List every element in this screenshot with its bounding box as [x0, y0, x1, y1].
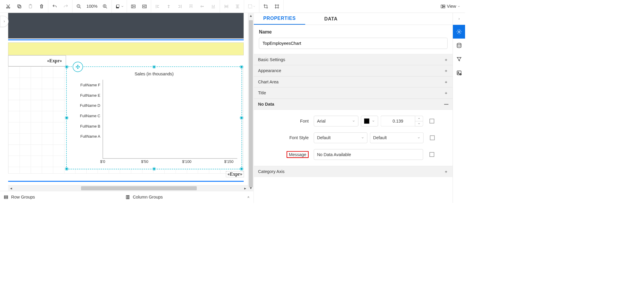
chart-category-label: FullName A [69, 132, 103, 140]
font-family-select[interactable]: Arial [314, 116, 358, 126]
report-header-band[interactable] [8, 13, 244, 39]
align-center-h-button [163, 1, 175, 11]
section-chart-area[interactable]: Chart Area ＋ [254, 76, 453, 88]
detail-grid[interactable]: Sales (in thousands) FullName FFullName … [8, 66, 244, 174]
zoom-level: 100% [85, 4, 100, 9]
group-header-band[interactable] [8, 42, 244, 55]
svg-rect-20 [126, 195, 127, 199]
font-style-expression-checkbox[interactable] [430, 135, 435, 140]
chevron-up-icon[interactable] [415, 116, 423, 121]
svg-rect-2 [18, 5, 21, 8]
svg-rect-9 [117, 5, 119, 7]
rail-image-button[interactable] [453, 66, 465, 80]
artboard-button[interactable] [271, 1, 283, 11]
zoom-out-button[interactable] [73, 1, 85, 11]
font-expression-checkbox[interactable] [429, 119, 434, 123]
plus-icon: ＋ [444, 57, 448, 62]
name-input[interactable] [259, 38, 448, 49]
chart-x-tick: $'100 [182, 159, 191, 164]
distribute-v-button [232, 1, 243, 11]
font-label: Font [258, 119, 314, 124]
font-size-input[interactable]: 0.139 [381, 116, 415, 126]
font-weight-select[interactable]: Default [314, 132, 367, 143]
zoom-in-button[interactable] [99, 1, 111, 11]
color-swatch [364, 118, 369, 123]
crop-button[interactable] [260, 1, 272, 11]
color-picker-button[interactable] [112, 1, 126, 11]
svg-rect-12 [248, 5, 252, 8]
redo-button [60, 1, 72, 11]
rail-filter-button[interactable] [453, 52, 465, 66]
font-size-stepper[interactable] [415, 116, 423, 126]
font-color-select[interactable] [361, 116, 378, 126]
message-input[interactable]: No Data Available [314, 149, 423, 160]
divider [8, 39, 244, 40]
resize-handle[interactable] [240, 167, 243, 170]
horizontal-scrollbar[interactable]: ◂ ▸ [8, 185, 248, 191]
chart-x-tick: $'150 [224, 159, 233, 164]
groups-expand-button[interactable] [243, 196, 254, 199]
section-appearance[interactable]: Appearance ＋ [254, 65, 453, 77]
svg-rect-19 [4, 198, 8, 199]
resize-handle[interactable] [65, 116, 68, 119]
align-center-v-button [196, 1, 208, 11]
message-expression-checkbox[interactable] [429, 152, 434, 157]
view-menu-button[interactable]: View [437, 1, 463, 11]
divider [8, 181, 244, 182]
plus-icon: ＋ [444, 169, 448, 174]
section-basic-settings[interactable]: Basic Settings ＋ [254, 54, 453, 65]
chart-top-employees[interactable]: Sales (in thousands) FullName FFullName … [66, 66, 242, 169]
properties-panel: PROPERTIES DATA Name Basic Settings ＋ Ap… [253, 13, 453, 203]
paste-button [25, 1, 36, 11]
section-title[interactable]: Title ＋ [254, 88, 453, 99]
no-data-section-body: Font Arial [254, 110, 453, 166]
column-groups-button[interactable]: Column Groups [122, 194, 243, 199]
resize-handle[interactable] [65, 167, 68, 170]
resize-handle[interactable] [240, 65, 243, 68]
align-top-button [185, 1, 197, 11]
name-label: Name [259, 29, 448, 35]
svg-rect-10 [131, 5, 135, 8]
font-style-select[interactable]: Default [370, 132, 424, 143]
expr-bottom[interactable]: «Expr» [226, 171, 244, 177]
section-category-axis[interactable]: Category Axis ＋ [254, 166, 453, 177]
chart-category-label: FullName F [69, 81, 103, 89]
svg-point-26 [458, 72, 459, 73]
svg-rect-15 [443, 5, 445, 6]
svg-point-23 [458, 31, 460, 32]
insert-column-right-button[interactable] [139, 1, 150, 11]
collapse-panel-button[interactable] [453, 13, 465, 25]
resize-handle[interactable] [153, 167, 156, 170]
plus-icon: ＋ [444, 79, 448, 85]
rail-data-button[interactable] [453, 39, 465, 52]
copy-button[interactable] [14, 1, 25, 11]
undo-button[interactable] [49, 1, 60, 11]
font-style-label: Font Style [258, 135, 314, 140]
tab-properties[interactable]: PROPERTIES [254, 13, 305, 25]
delete-button[interactable] [36, 1, 47, 11]
tab-data[interactable]: DATA [305, 13, 356, 25]
svg-rect-22 [128, 195, 129, 199]
resize-handle[interactable] [153, 65, 156, 68]
insert-column-left-button[interactable] [128, 1, 139, 11]
chevron-down-icon[interactable] [415, 121, 423, 126]
side-rail [453, 13, 465, 203]
vertical-scrollbar[interactable]: ▴ ▾ [248, 13, 254, 191]
resize-handle[interactable] [240, 116, 243, 119]
move-handle-icon[interactable] [73, 62, 83, 72]
report-body[interactable]: «Expr» [8, 13, 244, 185]
groups-footer: Row Groups Column Groups [0, 191, 253, 203]
svg-rect-14 [441, 5, 442, 8]
row-groups-button[interactable]: Row Groups [0, 194, 122, 199]
chart-x-tick: $'0 [100, 159, 105, 164]
rail-properties-button[interactable] [453, 25, 465, 39]
expr-cell[interactable]: «Expr» [8, 55, 66, 66]
section-no-data[interactable]: No Data — [254, 99, 453, 110]
selection-mode-button [245, 1, 258, 11]
distribute-h-button [221, 1, 232, 11]
chart-category-label: FullName B [69, 122, 103, 130]
align-right-button [174, 1, 185, 11]
resize-handle[interactable] [65, 65, 68, 68]
svg-rect-16 [443, 7, 445, 8]
cut-button[interactable] [3, 1, 14, 11]
